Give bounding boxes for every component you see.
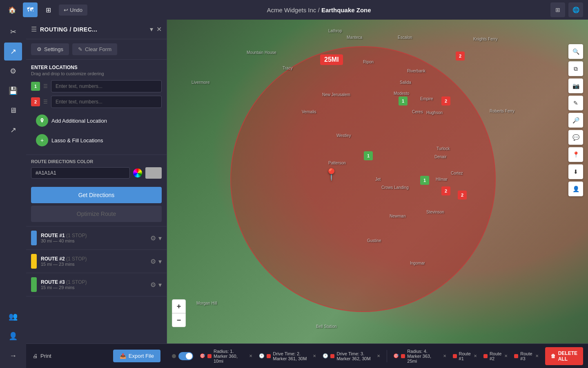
- route-chevron-icon[interactable]: ▾: [158, 258, 162, 265]
- map-camera-icon[interactable]: 📷: [568, 79, 583, 93]
- location-input-1[interactable]: [51, 80, 162, 92]
- route-actions: ⚙ ▾: [150, 258, 162, 265]
- filter-close-5[interactable]: ✕: [504, 354, 508, 358]
- sidebar-share-icon[interactable]: ↗: [4, 121, 22, 139]
- filter-label-3: Radius: 4. Marker 363, 25mi: [407, 349, 440, 364]
- filter-radius-1: 🎯 Radius: 1. Marker 360, 10mi ✕: [200, 349, 252, 364]
- sidebar-person-icon[interactable]: 👤: [4, 327, 22, 345]
- route-settings-icon[interactable]: ⚙: [150, 281, 156, 289]
- bottom-right-bar: 🖨 Print 📤 Export File: [26, 343, 167, 368]
- print-button[interactable]: 🖨 Print: [33, 353, 51, 359]
- color-picker-icon[interactable]: [133, 168, 142, 177]
- enter-locations-sub: Drag and drop to customize ordering: [31, 71, 162, 76]
- location-row-1: 1 ☰: [31, 80, 162, 92]
- color-section-label: ROUTE DIRECTIONS COLOR: [31, 159, 162, 164]
- lasso-button[interactable]: + Lasso & Fill Locations: [31, 131, 162, 150]
- grid-icon[interactable]: ⊞: [41, 2, 56, 17]
- panel-toolbar: ⚙ Settings ✎ Clear Form: [26, 39, 167, 60]
- location-input-2[interactable]: [51, 96, 162, 108]
- globe-icon[interactable]: 🌐: [568, 2, 583, 17]
- filter-close-1[interactable]: ✕: [313, 354, 316, 358]
- optimize-route-button[interactable]: Optimize Route: [31, 206, 162, 222]
- map-marker-2b[interactable]: 2: [441, 186, 450, 195]
- zoom-out-button[interactable]: −: [172, 313, 186, 327]
- undo-button[interactable]: ↩ Undo: [59, 4, 87, 16]
- print-icon: 🖨: [33, 353, 38, 359]
- map-marker-2d[interactable]: 2: [456, 52, 465, 61]
- zoom-in-button[interactable]: +: [172, 299, 186, 313]
- sidebar-gear-icon[interactable]: ⚙: [4, 62, 22, 80]
- filter-close-2[interactable]: ✕: [377, 354, 380, 358]
- sidebar-save-icon[interactable]: 💾: [4, 82, 22, 100]
- map-marker-1c[interactable]: 1: [420, 176, 429, 185]
- sidebar-users-icon[interactable]: 👥: [4, 307, 22, 325]
- map-background: [167, 20, 588, 368]
- route-chevron-icon[interactable]: ▾: [158, 281, 162, 289]
- route-actions: ⚙ ▾: [150, 281, 162, 289]
- filter-label-4: Route #1: [459, 351, 471, 361]
- filter-dot-1b: [267, 354, 271, 358]
- map-marker-2a[interactable]: 2: [441, 96, 450, 105]
- map-marker-2c[interactable]: 2: [458, 191, 467, 200]
- toggle-switch[interactable]: [178, 352, 193, 360]
- get-directions-button[interactable]: Get Directions: [31, 187, 162, 203]
- route-actions: ⚙ ▾: [150, 234, 162, 242]
- export-button[interactable]: 📤 Export File: [113, 350, 160, 362]
- route-settings-icon[interactable]: ⚙: [150, 258, 156, 265]
- map-area[interactable]: 25MI LathropMantecaEscalonMountain House…: [167, 20, 588, 368]
- gallery-icon[interactable]: ⊞: [550, 2, 565, 17]
- sidebar-routing-icon[interactable]: ↗: [4, 43, 22, 61]
- map-search-icon[interactable]: 🔍: [568, 44, 583, 59]
- map-pencil-icon[interactable]: ✎: [568, 96, 583, 110]
- map-comment-icon[interactable]: 💬: [568, 130, 583, 145]
- draggable-pin[interactable]: 📍: [324, 168, 339, 181]
- map-layers-icon[interactable]: ⧉: [568, 61, 583, 76]
- filter-drive-1: 🕐 Drive Time: 2. Marker 361, 30M ✕: [259, 351, 316, 361]
- panel-close-icon[interactable]: ✕: [156, 25, 162, 33]
- route-info: ROUTE #2 (1 STOP) 15 mi — 23 mins: [41, 256, 146, 267]
- enter-locations-section: ENTER LOCATIONS Drag and drop to customi…: [26, 60, 167, 155]
- route-color-bar: [31, 231, 37, 245]
- route-settings-icon[interactable]: ⚙: [150, 234, 156, 242]
- route-details: 30 mi — 40 mins: [41, 238, 146, 243]
- left-sidebar: ✂ ↗ ⚙ 💾 🖥 ↗ 👥 👤 →: [0, 20, 26, 368]
- filter-label-2: Drive Time: 3. Marker 362, 30M: [336, 351, 374, 361]
- filter-close-0[interactable]: ✕: [249, 354, 252, 358]
- route-info: ROUTE #3 (1 STOP) 15 mi — 29 mins: [41, 279, 146, 290]
- add-location-button[interactable]: Add Additional Location: [31, 111, 162, 130]
- delete-all-button[interactable]: 🗑 DELETE ALL: [545, 347, 583, 365]
- clear-form-button[interactable]: ✎ Clear Form: [72, 43, 117, 55]
- map-download-icon[interactable]: ⬇: [568, 164, 583, 179]
- enter-locations-title: ENTER LOCATIONS: [31, 65, 162, 70]
- map-marker-1a[interactable]: 1: [399, 96, 408, 105]
- panel-title: ROUTING / DIREC...: [40, 26, 147, 33]
- filter-dot-4: [453, 354, 457, 358]
- filter-close-3[interactable]: ✕: [443, 354, 446, 358]
- app-title: Acme Widgets Inc / Earthquake Zone: [91, 7, 547, 13]
- lasso-label: Lasso & Fill Locations: [51, 137, 103, 144]
- filter-close-4[interactable]: ✕: [474, 354, 477, 358]
- map-zoom-search-icon[interactable]: 🔎: [568, 113, 583, 128]
- filter-dot-3: [401, 354, 405, 358]
- radius-icon-2: 🎯: [393, 353, 399, 359]
- routing-panel: ☰ ROUTING / DIREC... ▾ ✕ ⚙ Settings ✎ Cl…: [26, 20, 167, 368]
- sidebar-tools-icon[interactable]: ✂: [4, 23, 22, 41]
- sidebar-arrow-icon[interactable]: →: [4, 347, 22, 365]
- filter-drive-2: 🕐 Drive Time: 3. Marker 362, 30M ✕: [323, 351, 380, 361]
- undo-icon: ↩: [64, 7, 68, 13]
- panel-chevron-icon[interactable]: ▾: [150, 25, 153, 33]
- drag-handle-1[interactable]: ☰: [43, 83, 48, 89]
- map-marker-1b[interactable]: 1: [364, 151, 373, 160]
- drag-handle-2[interactable]: ☰: [43, 99, 48, 105]
- color-hex-input[interactable]: [31, 167, 130, 179]
- map-person-icon[interactable]: 👤: [568, 182, 583, 196]
- map-icon[interactable]: 🗺: [23, 2, 38, 17]
- home-icon[interactable]: 🏠: [5, 2, 20, 17]
- filter-close-6[interactable]: ✕: [535, 354, 539, 358]
- route-chevron-icon[interactable]: ▾: [158, 234, 162, 242]
- map-location-icon[interactable]: 📍: [568, 147, 583, 162]
- location-num-2: 2: [31, 97, 40, 106]
- export-label: Export File: [129, 353, 154, 359]
- settings-button[interactable]: ⚙ Settings: [31, 43, 69, 55]
- sidebar-monitor-icon[interactable]: 🖥: [4, 101, 22, 119]
